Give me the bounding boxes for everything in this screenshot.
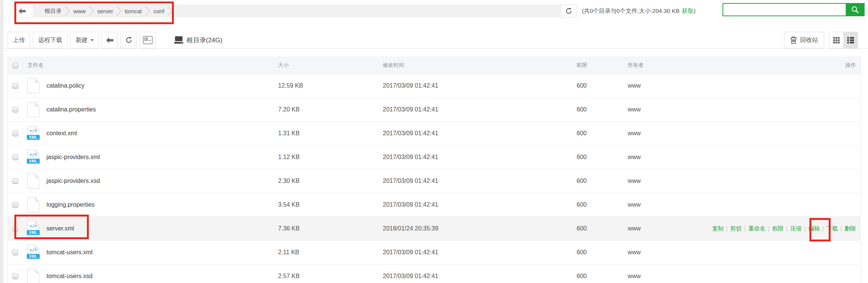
table-row[interactable]: </> XML catalina.policy 12.59 KB 2017/03… <box>8 74 860 98</box>
folded-corner <box>35 173 39 178</box>
header-permission: 权限 <box>577 62 587 69</box>
terminal-icon <box>143 36 153 44</box>
new-menu-label: 新建 <box>76 36 88 44</box>
new-menu-button[interactable]: 新建 <box>70 32 99 48</box>
table-row[interactable]: </> XML logging.properties 3.54 KB 2017/… <box>8 193 860 217</box>
action-separator: | <box>840 225 842 232</box>
file-permission: 600 <box>577 273 587 280</box>
search-input[interactable] <box>723 3 846 16</box>
action-separator: | <box>726 225 728 232</box>
table-row[interactable]: </> XML context.xml 1.31 KB 2017/03/09 0… <box>8 122 860 145</box>
xml-badge: XML <box>27 230 40 235</box>
list-view-button[interactable] <box>843 32 858 48</box>
table-row[interactable]: </> XML catalina.properties 7.20 KB 2017… <box>8 98 860 122</box>
action-separator: | <box>768 225 769 232</box>
action-permission[interactable]: 权限 <box>772 225 783 232</box>
fetch-size-link[interactable]: 获取 <box>682 7 693 15</box>
breadcrumb-item-www[interactable]: www <box>73 8 86 14</box>
file-name[interactable]: tomcat-users.xsd <box>46 273 93 280</box>
action-edit[interactable]: 编辑 <box>808 225 820 232</box>
file-permission: 600 <box>577 178 587 184</box>
xml-code-glyph: </> <box>28 152 39 157</box>
header-owner: 所有者 <box>628 62 644 69</box>
file-owner: www <box>628 130 641 137</box>
recycle-bin-button[interactable]: 回收站 <box>784 32 824 48</box>
file-icon: </> XML <box>27 245 39 260</box>
refresh-icon <box>125 37 132 43</box>
file-mtime: 2017/03/09 01:42:41 <box>383 178 438 184</box>
terminal-button[interactable] <box>139 32 156 48</box>
row-checkbox[interactable] <box>12 178 18 184</box>
file-size: 3.54 KB <box>278 201 300 208</box>
file-name[interactable]: logging.properties <box>46 201 94 208</box>
remote-download-button[interactable]: 远程下载 <box>33 32 68 48</box>
file-owner: www <box>628 154 641 161</box>
row-checkbox[interactable] <box>12 131 18 136</box>
file-name[interactable]: server.xml <box>46 225 74 232</box>
breadcrumb-item-conf[interactable]: conf <box>153 8 164 14</box>
back-button[interactable] <box>11 5 33 17</box>
file-owner: www <box>628 201 641 208</box>
select-all-checkbox[interactable] <box>12 63 18 68</box>
action-cut[interactable]: 剪切 <box>730 225 742 232</box>
table-row[interactable]: </> XML jaspic-providers.xml 1.12 KB 201… <box>8 145 860 169</box>
breadcrumb-item-server[interactable]: server <box>97 8 113 14</box>
table-row[interactable]: </> XML tomcat-users.xsd 2.57 KB 2017/03… <box>8 264 860 283</box>
refresh-button[interactable] <box>121 32 137 48</box>
go-back-button[interactable] <box>102 32 118 48</box>
file-size: 12.59 KB <box>278 82 303 89</box>
file-mtime: 2017/03/09 01:42:41 <box>383 106 438 113</box>
action-delete[interactable]: 删除 <box>845 225 856 232</box>
action-download[interactable]: 下载 <box>826 225 838 232</box>
file-permission: 600 <box>577 106 587 113</box>
xml-code-glyph: </> <box>28 247 39 252</box>
directory-stats: (共0个目录与0个文件,大小:204.30 KB获取) <box>582 5 696 17</box>
table-row[interactable]: </> XML tomcat-users.xml 2.11 KB 2017/03… <box>8 241 860 264</box>
action-rename[interactable]: 重命名 <box>748 225 765 232</box>
table-row[interactable]: </> XML jaspic-providers.xsd 2.30 KB 201… <box>8 169 860 193</box>
breadcrumb-item-root[interactable]: 根目录 <box>45 8 62 15</box>
disk-icon <box>174 36 183 44</box>
upload-button[interactable]: 上传 <box>8 32 30 48</box>
disk-root[interactable]: 根目录(24G) <box>174 32 222 48</box>
row-checkbox[interactable] <box>12 274 18 279</box>
file-mtime: 2017/03/09 01:42:41 <box>383 130 438 137</box>
file-mtime: 2017/03/09 01:42:41 <box>383 201 438 208</box>
chevron-right-icon <box>116 6 122 16</box>
file-icon: </> XML <box>27 197 39 212</box>
file-name[interactable]: tomcat-users.xml <box>46 249 93 256</box>
refresh-icon <box>565 8 572 14</box>
file-icon: </> XML <box>27 221 39 236</box>
search-button[interactable] <box>846 3 865 16</box>
row-checkbox[interactable] <box>12 107 18 113</box>
chevron-right-icon <box>65 6 70 16</box>
grid-view-button[interactable] <box>829 32 843 48</box>
table-row[interactable]: </> XML server.xml 7.36 KB 2018/01/24 20… <box>8 217 860 241</box>
file-name[interactable]: jaspic-providers.xsd <box>46 178 100 184</box>
row-checkbox[interactable] <box>12 226 18 232</box>
row-checkbox[interactable] <box>12 202 18 208</box>
breadcrumb-item-tomcat[interactable]: tomcat <box>125 8 142 14</box>
path-refresh-button[interactable] <box>561 5 577 17</box>
xml-code-glyph: </> <box>28 224 39 229</box>
disk-root-label: 根目录(24G) <box>187 36 222 45</box>
file-icon: </> XML <box>27 173 39 189</box>
file-size: 1.12 KB <box>278 154 300 161</box>
file-name[interactable]: catalina.properties <box>46 106 96 113</box>
list-view-icon <box>847 37 854 43</box>
caret-down-icon <box>91 39 94 41</box>
file-icon: </> XML <box>27 150 39 165</box>
row-checkbox[interactable] <box>12 83 18 89</box>
search-icon <box>851 6 859 14</box>
file-name[interactable]: catalina.policy <box>46 82 85 89</box>
file-name[interactable]: context.xml <box>46 130 77 137</box>
file-icon: </> XML <box>27 78 39 93</box>
row-checkbox[interactable] <box>12 155 18 160</box>
action-compress[interactable]: 压缩 <box>790 225 801 232</box>
action-separator: | <box>804 225 806 232</box>
row-checkbox[interactable] <box>12 250 18 255</box>
file-permission: 600 <box>577 225 587 232</box>
action-copy[interactable]: 复制 <box>712 225 724 232</box>
recycle-bin-label: 回收站 <box>800 36 818 44</box>
file-name[interactable]: jaspic-providers.xml <box>46 154 100 161</box>
